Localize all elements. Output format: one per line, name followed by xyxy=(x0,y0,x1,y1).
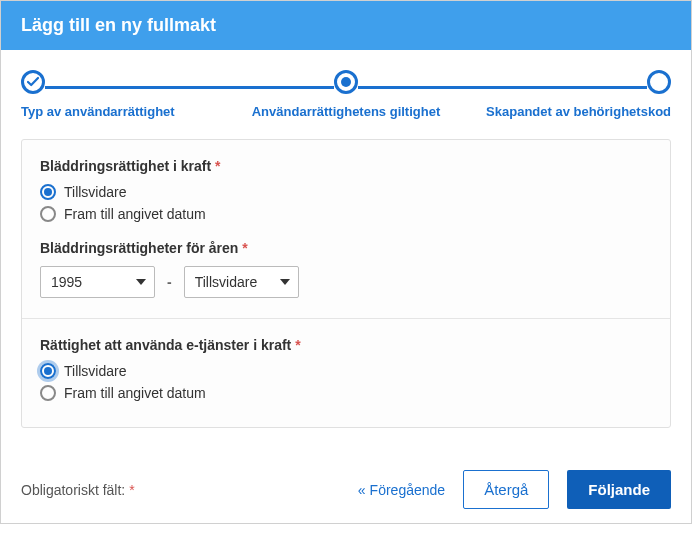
radio-option-until-further[interactable]: Tillsvidare xyxy=(40,184,652,200)
radio-label: Tillsvidare xyxy=(64,363,127,379)
cancel-button-label: Återgå xyxy=(484,481,528,498)
caret-down-icon xyxy=(136,279,146,285)
step-1 xyxy=(21,70,45,94)
dialog-title: Lägg till en ny fullmakt xyxy=(21,15,216,35)
step-2-label: Användarrättighetens giltighet xyxy=(238,104,455,119)
from-year-select[interactable]: 1995 xyxy=(40,266,155,298)
dialog-header: Lägg till en ny fullmakt xyxy=(1,1,691,50)
dialog-footer: Obligatoriskt fält: * « Föregående Återg… xyxy=(1,456,691,523)
radio-icon xyxy=(40,363,56,379)
dialog: Lägg till en ny fullmakt Typ av användar… xyxy=(0,0,692,524)
year-range-row: 1995 - Tillsvidare xyxy=(40,266,652,298)
required-mark: * xyxy=(129,482,134,498)
radio-label: Fram till angivet datum xyxy=(64,206,206,222)
section-title-text: Rättighet att använda e-tjänster i kraft xyxy=(40,337,291,353)
step-completed-icon xyxy=(21,70,45,94)
radio-label: Tillsvidare xyxy=(64,184,127,200)
mandatory-label-text: Obligatoriskt fält: xyxy=(21,482,125,498)
mandatory-field-note: Obligatoriskt fält: * xyxy=(21,482,358,498)
radio-option-until-date[interactable]: Fram till angivet datum xyxy=(40,206,652,222)
select-value: 1995 xyxy=(51,274,82,290)
radio-label: Fram till angivet datum xyxy=(64,385,206,401)
section-title-text: Bläddringsrättigheter för åren xyxy=(40,240,238,256)
previous-link[interactable]: « Föregående xyxy=(358,482,445,498)
step-1-label: Typ av användarrättighet xyxy=(21,104,238,119)
radio-icon xyxy=(40,385,56,401)
section-title: Bläddringsrättighet i kraft * xyxy=(40,158,652,174)
step-upcoming-icon xyxy=(647,70,671,94)
select-value: Tillsvidare xyxy=(195,274,258,290)
stepper: Typ av användarrättighet Användarrättigh… xyxy=(1,50,691,129)
required-mark: * xyxy=(295,337,300,353)
cancel-button[interactable]: Återgå xyxy=(463,470,549,509)
radio-option-until-date[interactable]: Fram till angivet datum xyxy=(40,385,652,401)
caret-down-icon xyxy=(280,279,290,285)
footer-actions: « Föregående Återgå Följande xyxy=(358,470,671,509)
stepper-connector xyxy=(45,86,334,89)
section-title-text: Bläddringsrättighet i kraft xyxy=(40,158,211,174)
next-button-label: Följande xyxy=(588,481,650,498)
to-year-select[interactable]: Tillsvidare xyxy=(184,266,299,298)
chevrons-left-icon: « xyxy=(358,482,366,498)
radio-icon xyxy=(40,184,56,200)
stepper-connector xyxy=(358,86,647,89)
next-button[interactable]: Följande xyxy=(567,470,671,509)
required-mark: * xyxy=(242,240,247,256)
section-title: Rättighet att använda e-tjänster i kraft… xyxy=(40,337,652,353)
section-browse-validity: Bläddringsrättighet i kraft * Tillsvidar… xyxy=(22,140,670,318)
previous-link-label: Föregående xyxy=(370,482,446,498)
section-title: Bläddringsrättigheter för åren * xyxy=(40,240,652,256)
step-3-label: Skapandet av behörighetskod xyxy=(454,104,671,119)
step-current-icon xyxy=(334,70,358,94)
required-mark: * xyxy=(215,158,220,174)
step-3 xyxy=(647,70,671,94)
range-separator: - xyxy=(167,274,172,290)
form-panel: Bläddringsrättighet i kraft * Tillsvidar… xyxy=(21,139,671,428)
radio-option-until-further[interactable]: Tillsvidare xyxy=(40,363,652,379)
step-2 xyxy=(334,70,358,94)
section-eservices-validity: Rättighet att använda e-tjänster i kraft… xyxy=(22,318,670,427)
radio-icon xyxy=(40,206,56,222)
